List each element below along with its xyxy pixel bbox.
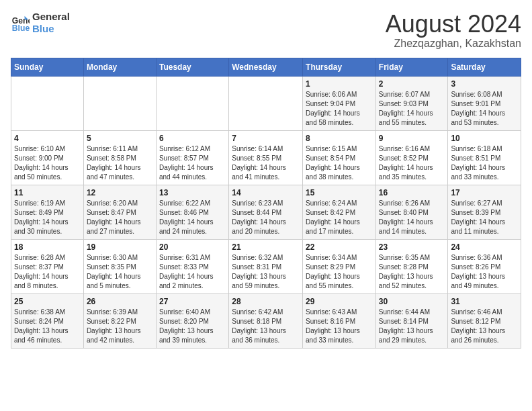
day-number: 8 xyxy=(306,134,373,143)
day-detail: Sunrise: 6:20 AM Sunset: 8:47 PM Dayligh… xyxy=(87,199,153,236)
weekday-header-friday: Friday xyxy=(375,58,448,76)
day-number: 10 xyxy=(451,134,518,143)
day-number: 12 xyxy=(87,188,153,197)
logo: General Blue GeneralBlue xyxy=(11,11,70,35)
day-detail: Sunrise: 6:12 AM Sunset: 8:57 PM Dayligh… xyxy=(159,144,226,182)
calendar-cell: 6Sunrise: 6:12 AM Sunset: 8:57 PM Daylig… xyxy=(156,130,228,185)
title-block: August 2024 Zhezqazghan, Kazakhstan xyxy=(386,11,521,50)
calendar-cell: 27Sunrise: 6:40 AM Sunset: 8:20 PM Dayli… xyxy=(156,293,228,348)
day-detail: Sunrise: 6:28 AM Sunset: 8:37 PM Dayligh… xyxy=(14,253,81,291)
calendar-cell xyxy=(83,76,156,130)
calendar-cell: 22Sunrise: 6:34 AM Sunset: 8:29 PM Dayli… xyxy=(303,239,376,293)
weekday-header-monday: Monday xyxy=(83,58,156,76)
week-row-2: 4Sunrise: 6:10 AM Sunset: 9:00 PM Daylig… xyxy=(11,130,521,185)
day-detail: Sunrise: 6:24 AM Sunset: 8:42 PM Dayligh… xyxy=(306,199,373,236)
day-detail: Sunrise: 6:38 AM Sunset: 8:24 PM Dayligh… xyxy=(14,308,81,345)
calendar-cell: 12Sunrise: 6:20 AM Sunset: 8:47 PM Dayli… xyxy=(83,185,156,239)
day-detail: Sunrise: 6:42 AM Sunset: 8:18 PM Dayligh… xyxy=(232,308,300,345)
calendar-table: SundayMondayTuesdayWednesdayThursdayFrid… xyxy=(11,58,521,349)
day-number: 9 xyxy=(379,134,445,143)
calendar-cell: 2Sunrise: 6:07 AM Sunset: 9:03 PM Daylig… xyxy=(375,76,448,130)
calendar-cell: 26Sunrise: 6:39 AM Sunset: 8:22 PM Dayli… xyxy=(83,293,156,348)
day-detail: Sunrise: 6:32 AM Sunset: 8:31 PM Dayligh… xyxy=(232,253,300,291)
day-number: 3 xyxy=(451,79,518,89)
day-number: 25 xyxy=(14,297,81,306)
calendar-cell: 9Sunrise: 6:16 AM Sunset: 8:52 PM Daylig… xyxy=(375,130,448,185)
calendar-cell xyxy=(229,76,303,130)
day-number: 30 xyxy=(379,297,445,306)
day-number: 6 xyxy=(159,134,226,143)
day-detail: Sunrise: 6:10 AM Sunset: 9:00 PM Dayligh… xyxy=(14,144,81,182)
day-detail: Sunrise: 6:16 AM Sunset: 8:52 PM Dayligh… xyxy=(379,144,445,182)
logo-text: GeneralBlue xyxy=(32,11,70,35)
calendar-cell: 21Sunrise: 6:32 AM Sunset: 8:31 PM Dayli… xyxy=(229,239,303,293)
calendar-cell: 4Sunrise: 6:10 AM Sunset: 9:00 PM Daylig… xyxy=(11,130,84,185)
day-number: 29 xyxy=(306,297,373,306)
week-row-3: 11Sunrise: 6:19 AM Sunset: 8:49 PM Dayli… xyxy=(11,185,521,239)
calendar-cell: 20Sunrise: 6:31 AM Sunset: 8:33 PM Dayli… xyxy=(156,239,228,293)
calendar-cell: 23Sunrise: 6:35 AM Sunset: 8:28 PM Dayli… xyxy=(375,239,448,293)
calendar-cell: 16Sunrise: 6:26 AM Sunset: 8:40 PM Dayli… xyxy=(375,185,448,239)
calendar-cell: 5Sunrise: 6:11 AM Sunset: 8:58 PM Daylig… xyxy=(83,130,156,185)
day-number: 5 xyxy=(87,134,153,143)
calendar-cell: 18Sunrise: 6:28 AM Sunset: 8:37 PM Dayli… xyxy=(11,239,84,293)
calendar-cell: 29Sunrise: 6:43 AM Sunset: 8:16 PM Dayli… xyxy=(303,293,376,348)
calendar-cell: 28Sunrise: 6:42 AM Sunset: 8:18 PM Dayli… xyxy=(229,293,303,348)
calendar-cell: 3Sunrise: 6:08 AM Sunset: 9:01 PM Daylig… xyxy=(448,76,521,130)
calendar-cell xyxy=(11,76,84,130)
weekday-header-sunday: Sunday xyxy=(11,58,84,76)
day-detail: Sunrise: 6:43 AM Sunset: 8:16 PM Dayligh… xyxy=(306,308,373,345)
weekday-header-tuesday: Tuesday xyxy=(156,58,228,76)
weekday-header-thursday: Thursday xyxy=(303,58,376,76)
day-detail: Sunrise: 6:14 AM Sunset: 8:55 PM Dayligh… xyxy=(232,144,300,182)
weekday-header-saturday: Saturday xyxy=(448,58,521,76)
calendar-cell: 7Sunrise: 6:14 AM Sunset: 8:55 PM Daylig… xyxy=(229,130,303,185)
day-detail: Sunrise: 6:30 AM Sunset: 8:35 PM Dayligh… xyxy=(87,253,153,291)
logo-icon: General Blue xyxy=(11,13,30,32)
day-number: 19 xyxy=(87,242,153,252)
day-detail: Sunrise: 6:18 AM Sunset: 8:51 PM Dayligh… xyxy=(451,144,518,182)
day-number: 21 xyxy=(232,242,300,252)
calendar-cell: 13Sunrise: 6:22 AM Sunset: 8:46 PM Dayli… xyxy=(156,185,228,239)
day-detail: Sunrise: 6:11 AM Sunset: 8:58 PM Dayligh… xyxy=(87,144,153,182)
day-detail: Sunrise: 6:35 AM Sunset: 8:28 PM Dayligh… xyxy=(379,253,445,291)
day-number: 26 xyxy=(87,297,153,306)
day-detail: Sunrise: 6:40 AM Sunset: 8:20 PM Dayligh… xyxy=(159,308,226,345)
calendar-cell: 25Sunrise: 6:38 AM Sunset: 8:24 PM Dayli… xyxy=(11,293,84,348)
day-number: 28 xyxy=(232,297,300,306)
calendar-cell: 15Sunrise: 6:24 AM Sunset: 8:42 PM Dayli… xyxy=(303,185,376,239)
week-row-5: 25Sunrise: 6:38 AM Sunset: 8:24 PM Dayli… xyxy=(11,293,521,348)
calendar-cell: 24Sunrise: 6:36 AM Sunset: 8:26 PM Dayli… xyxy=(448,239,521,293)
day-detail: Sunrise: 6:26 AM Sunset: 8:40 PM Dayligh… xyxy=(379,199,445,236)
day-number: 23 xyxy=(379,242,445,252)
weekday-header-wednesday: Wednesday xyxy=(229,58,303,76)
day-number: 2 xyxy=(379,79,445,89)
calendar-cell: 11Sunrise: 6:19 AM Sunset: 8:49 PM Dayli… xyxy=(11,185,84,239)
day-number: 17 xyxy=(451,188,518,197)
calendar-cell: 14Sunrise: 6:23 AM Sunset: 8:44 PM Dayli… xyxy=(229,185,303,239)
day-detail: Sunrise: 6:23 AM Sunset: 8:44 PM Dayligh… xyxy=(232,199,300,236)
day-number: 7 xyxy=(232,134,300,143)
svg-text:Blue: Blue xyxy=(12,24,30,32)
day-number: 13 xyxy=(159,188,226,197)
day-number: 27 xyxy=(159,297,226,306)
calendar-cell: 31Sunrise: 6:46 AM Sunset: 8:12 PM Dayli… xyxy=(448,293,521,348)
day-detail: Sunrise: 6:36 AM Sunset: 8:26 PM Dayligh… xyxy=(451,253,518,291)
week-row-4: 18Sunrise: 6:28 AM Sunset: 8:37 PM Dayli… xyxy=(11,239,521,293)
page-header: General Blue GeneralBlue August 2024 Zhe… xyxy=(11,11,521,50)
calendar-cell: 8Sunrise: 6:15 AM Sunset: 8:54 PM Daylig… xyxy=(303,130,376,185)
day-number: 14 xyxy=(232,188,300,197)
calendar-cell: 19Sunrise: 6:30 AM Sunset: 8:35 PM Dayli… xyxy=(83,239,156,293)
day-detail: Sunrise: 6:06 AM Sunset: 9:04 PM Dayligh… xyxy=(306,90,373,128)
day-number: 31 xyxy=(451,297,518,306)
day-detail: Sunrise: 6:07 AM Sunset: 9:03 PM Dayligh… xyxy=(379,90,445,128)
day-detail: Sunrise: 6:22 AM Sunset: 8:46 PM Dayligh… xyxy=(159,199,226,236)
day-number: 15 xyxy=(306,188,373,197)
day-number: 11 xyxy=(14,188,81,197)
day-number: 16 xyxy=(379,188,445,197)
calendar-cell xyxy=(156,76,228,130)
day-detail: Sunrise: 6:19 AM Sunset: 8:49 PM Dayligh… xyxy=(14,199,81,236)
calendar-cell: 17Sunrise: 6:27 AM Sunset: 8:39 PM Dayli… xyxy=(448,185,521,239)
day-detail: Sunrise: 6:31 AM Sunset: 8:33 PM Dayligh… xyxy=(159,253,226,291)
day-detail: Sunrise: 6:44 AM Sunset: 8:14 PM Dayligh… xyxy=(379,308,445,345)
